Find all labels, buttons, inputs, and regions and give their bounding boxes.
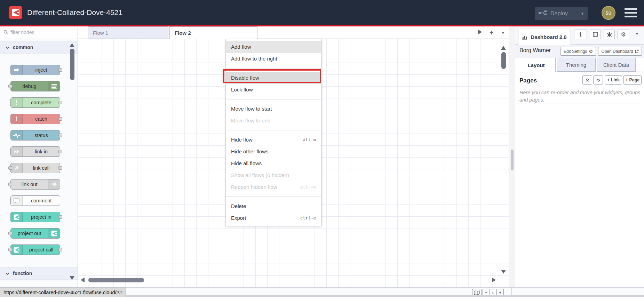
double-chevron-down-icon — [596, 78, 600, 82]
menu-item-export[interactable]: Exportctrl-e — [226, 212, 321, 224]
deploy-caret-icon[interactable]: ▼ — [577, 11, 588, 16]
menu-item-hide-other-flows[interactable]: Hide other flows — [226, 146, 321, 158]
palette-category-function[interactable]: function — [0, 267, 78, 280]
node-label: complete — [23, 98, 60, 107]
menu-item-label: Reopen hidden flow — [231, 181, 300, 193]
canvas-scroll-left-icon[interactable] — [81, 278, 85, 282]
info-icon[interactable]: i — [574, 30, 587, 39]
node-input-port[interactable] — [8, 166, 12, 170]
add-flow-icon[interactable]: + — [490, 29, 494, 37]
menu-item-reopen-hidden-flow: Reopen hidden flowalt-⇧w — [226, 181, 321, 193]
palette-scroll-down-icon[interactable] — [70, 276, 74, 280]
book-icon[interactable] — [590, 30, 601, 39]
footer-divider — [511, 287, 512, 295]
palette-node-inject[interactable]: inject — [10, 65, 60, 75]
add-link-button[interactable]: + Link — [605, 75, 622, 85]
node-output-port[interactable] — [58, 150, 62, 153]
open-dashboard-button[interactable]: Open Dashboard — [598, 47, 642, 56]
node-output-port[interactable] — [58, 134, 62, 137]
node-input-port[interactable] — [8, 85, 12, 88]
next-tab-icon[interactable] — [478, 30, 482, 36]
palette-node-link-in[interactable]: link in — [10, 146, 60, 157]
menu-item-shortcut: alt-w — [303, 134, 316, 146]
tab-flow-2[interactable]: Flow 2 — [169, 26, 257, 39]
canvas-vscrollbar-thumb[interactable] — [501, 52, 506, 69]
flowfuse-icon — [48, 228, 60, 238]
menu-item-disable-flow[interactable]: Disable flow — [226, 72, 321, 84]
move-down-button[interactable] — [593, 75, 603, 85]
node-input-port[interactable] — [8, 248, 12, 251]
edit-settings-button[interactable]: Edit Settings ⚙ — [560, 47, 596, 56]
deploy-label: Deploy — [550, 10, 577, 17]
tab-client-data[interactable]: Client Data — [597, 58, 636, 72]
hamburger-icon[interactable] — [625, 8, 637, 17]
sidebar-splitter[interactable] — [509, 26, 515, 287]
menu-separator — [226, 68, 321, 69]
palette-scrollbar-thumb[interactable] — [70, 49, 74, 80]
palette-node-link-out[interactable]: link out — [10, 179, 60, 190]
node-red-editor: Different-Collared-Dove-4521 Deploy ▼ su… — [0, 0, 644, 297]
pages-title: Pages — [519, 77, 537, 84]
palette-category-common[interactable]: common — [0, 41, 78, 54]
tab-theming[interactable]: Theming — [557, 58, 596, 72]
palette-node-project-out[interactable]: project out — [10, 228, 60, 239]
palette-scroll-up-icon[interactable] — [70, 43, 74, 47]
menu-item-hide-flow[interactable]: Hide flowalt-w — [226, 134, 321, 146]
palette-node-project-call[interactable]: project call — [10, 244, 60, 255]
search-input[interactable]: filter nodes — [0, 26, 78, 38]
menu-item-hide-all-flows[interactable]: Hide all flows — [226, 158, 321, 169]
splitter-scrollbar-thumb[interactable] — [511, 150, 514, 170]
node-output-port[interactable] — [58, 101, 62, 104]
link-arrow-icon — [48, 179, 60, 189]
chevron-down-icon — [6, 272, 9, 275]
deploy-icon — [538, 10, 547, 17]
palette-node-catch[interactable]: !catch — [10, 114, 60, 124]
node-output-port[interactable] — [58, 117, 62, 121]
menu-item-lock-flow[interactable]: Lock flow — [226, 84, 321, 96]
node-input-port[interactable] — [8, 183, 12, 186]
menu-item-delete[interactable]: Delete — [226, 200, 321, 212]
canvas-scroll-up-icon[interactable] — [501, 46, 506, 50]
tab-layout[interactable]: Layout — [517, 58, 556, 72]
avatar[interactable]: su — [602, 6, 615, 20]
menu-item-move-flow-to-start[interactable]: Move flow to start — [226, 103, 321, 115]
palette-node-comment[interactable]: comment — [10, 195, 60, 206]
menu-item-label: Show all flows (0 hidden) — [231, 169, 316, 181]
node-output-port[interactable] — [58, 68, 62, 72]
sidebar-caret-icon[interactable]: ▼ — [635, 31, 639, 36]
workspace-canvas[interactable]: Flow 1 Flow 2 + ▼ Add flowAdd flow to th… — [78, 26, 509, 287]
deploy-button[interactable]: Deploy ▼ — [535, 7, 588, 20]
bug-icon[interactable] — [604, 30, 615, 39]
canvas-scroll-down-icon[interactable] — [501, 270, 506, 274]
palette-node-status[interactable]: status — [10, 130, 60, 141]
palette-node-link-call[interactable]: link call — [10, 163, 60, 173]
gear-icon[interactable]: ⚙ — [618, 30, 629, 39]
node-input-port[interactable] — [8, 232, 12, 235]
move-up-button[interactable] — [582, 75, 592, 85]
flow-list-caret-icon[interactable]: ▼ — [501, 31, 505, 35]
palette-node-debug[interactable]: debug — [10, 81, 60, 91]
node-output-port[interactable] — [58, 248, 62, 251]
node-label: inject — [23, 65, 60, 75]
tab-flow-1[interactable]: Flow 1 — [88, 26, 168, 39]
menu-item-shortcut: alt-⇧w — [300, 181, 316, 193]
palette-node-complete[interactable]: !complete — [10, 97, 60, 108]
dashboard-project-name: Borg Warner — [519, 47, 551, 54]
exclamation-icon: ! — [11, 98, 23, 107]
menu-item-add-flow-to-the-right[interactable]: Add flow to the right — [226, 53, 321, 65]
node-output-port[interactable] — [58, 166, 62, 170]
add-page-button[interactable]: + Page — [623, 75, 642, 85]
palette-node-project-in[interactable]: project in — [10, 212, 60, 222]
canvas-scroll-right-icon[interactable] — [492, 278, 496, 282]
canvas-hscrollbar-thumb[interactable] — [88, 278, 144, 282]
node-output-port[interactable] — [58, 215, 62, 219]
menu-item-add-flow[interactable]: Add flow — [226, 41, 321, 53]
gear-icon: ⚙ — [589, 49, 593, 54]
tab-dashboard-2[interactable]: Dashboard 2.0 — [518, 29, 571, 45]
flowfuse-logo-icon[interactable] — [9, 6, 22, 19]
menu-item-label: Hide flow — [231, 134, 303, 146]
debug-lines-icon — [48, 81, 60, 91]
sidebar-subtabs: Layout Theming Client Data — [515, 58, 644, 72]
menu-item-show-all-flows-0-hidden: Show all flows (0 hidden) — [226, 169, 321, 181]
flow-context-menu: Add flowAdd flow to the rightDisable flo… — [225, 39, 321, 226]
